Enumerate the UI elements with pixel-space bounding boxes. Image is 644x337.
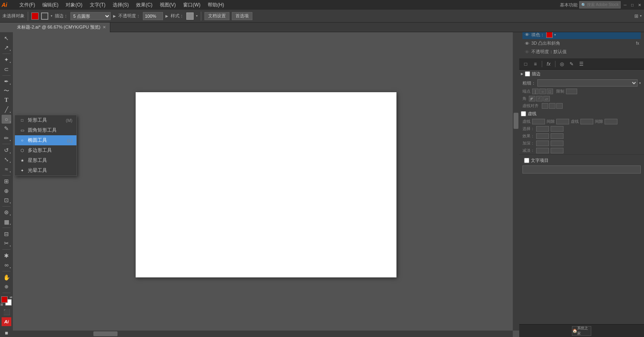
menu-object[interactable]: 对象(O) xyxy=(62,1,85,9)
tool-options-btn[interactable]: ◼ xyxy=(2,329,11,337)
miter-limit-input[interactable] xyxy=(566,89,577,94)
free-transform-tool[interactable]: ⊞ xyxy=(2,177,11,185)
tab-close-button[interactable]: ✕ xyxy=(103,25,106,29)
pen-tool[interactable]: ✒ ▾ xyxy=(2,77,11,85)
layers-icon[interactable]: □ xyxy=(522,60,530,68)
graph-tool[interactable]: ▦ ▾ xyxy=(2,217,11,226)
fill-eye-icon[interactable]: 👁 xyxy=(524,32,530,37)
arrange-icon[interactable]: ⊞ xyxy=(634,13,638,19)
shape-flyout-menu[interactable]: □ 矩形工具 (M) ▭ 圆角矩形工具 ○ 椭圆工具 (L) ⬡ 多边形工具 ★… xyxy=(14,115,77,176)
lasso-tool[interactable]: ⊂ xyxy=(2,65,11,73)
default-colors-icon[interactable]: ⊠ xyxy=(0,303,3,306)
ellipse-tool-item[interactable]: ○ 椭圆工具 (L) xyxy=(15,135,76,145)
darken-input-1[interactable] xyxy=(536,141,549,146)
stroke-weight-select[interactable] xyxy=(537,79,638,87)
curvature-tool[interactable]: 〜 xyxy=(2,87,11,95)
menu-edit[interactable]: 编辑(E) xyxy=(39,1,62,9)
line-tool[interactable]: ╱ ▾ xyxy=(2,105,11,114)
menu-window[interactable]: 窗口(W) xyxy=(180,1,204,9)
text-item-checkbox[interactable] xyxy=(524,158,529,163)
darken-input-2[interactable] xyxy=(551,141,564,146)
stroke-section-header[interactable]: ▶ 描边 xyxy=(519,70,644,78)
star-tool-item[interactable]: ★ 星形工具 xyxy=(15,155,76,165)
cap-butt[interactable]: | xyxy=(532,89,539,94)
direct-selection-tool[interactable]: ↗ ▾ xyxy=(2,43,11,52)
doc-settings-button[interactable]: 文档设置 xyxy=(204,12,229,20)
shape-tool[interactable]: ○ ▾ xyxy=(2,115,11,123)
fill-color-prop-swatch[interactable] xyxy=(546,31,553,38)
screen-mode-btn[interactable]: ⬛ xyxy=(2,308,11,316)
slice-tool[interactable]: ✂ ▾ xyxy=(2,239,11,248)
menu-effect[interactable]: 效果(C) xyxy=(133,1,156,9)
style-arrow[interactable]: ▾ xyxy=(196,14,198,18)
align-inside[interactable] xyxy=(549,103,555,109)
warp-tool[interactable]: ≈ ▾ xyxy=(2,165,11,173)
polygon-tool-item[interactable]: ⬡ 多边形工具 xyxy=(15,145,76,155)
pencil-tool[interactable]: ✏ ▾ xyxy=(2,134,11,142)
dash-input-2[interactable] xyxy=(580,119,593,124)
lighten-input-2[interactable] xyxy=(551,148,564,153)
shape-builder-tool[interactable]: ⊕ xyxy=(2,186,11,195)
dashed-section-header[interactable]: 虚线 xyxy=(519,110,644,118)
vertical-scrollbar[interactable] xyxy=(513,32,519,331)
type-tool[interactable]: T xyxy=(2,96,11,104)
paintbrush-tool[interactable]: ✎ xyxy=(2,124,11,133)
join-miter[interactable]: ◤ xyxy=(529,96,535,101)
artboard-tool[interactable]: ⊟ xyxy=(2,229,11,238)
maximize-button[interactable]: □ xyxy=(630,2,635,8)
minimize-button[interactable]: ─ xyxy=(622,2,628,8)
align-icon[interactable]: ≡ xyxy=(531,60,539,68)
rotate-tool[interactable]: ↺ ▾ xyxy=(2,146,11,154)
swap-colors-icon[interactable]: ⇄ xyxy=(10,296,12,299)
select-input-2[interactable] xyxy=(551,126,564,132)
selection-tool[interactable]: ↖ xyxy=(2,34,11,42)
gap-input-2[interactable] xyxy=(605,119,617,124)
hand-tool[interactable]: ✋ xyxy=(2,273,11,281)
close-button[interactable]: ✕ xyxy=(637,2,642,8)
stroke-color-swatch[interactable] xyxy=(41,12,48,20)
menu-help[interactable]: 帮助(H) xyxy=(204,1,227,9)
menu-type[interactable]: 文字(T) xyxy=(87,1,109,9)
select-input-1[interactable] xyxy=(536,126,549,132)
fill-color[interactable] xyxy=(1,296,8,303)
effect-input-2[interactable] xyxy=(551,133,564,139)
edit-icon[interactable]: ✎ xyxy=(568,60,576,68)
join-round[interactable]: ◜ xyxy=(536,96,543,101)
preferences-button[interactable]: 首选项 xyxy=(232,12,252,20)
opacity-input[interactable] xyxy=(143,12,163,20)
menu-view[interactable]: 视图(V) xyxy=(157,1,179,9)
stroke-checkbox[interactable] xyxy=(525,71,530,76)
dash-input-1[interactable] xyxy=(532,119,545,124)
menu-file[interactable]: 文件(F) xyxy=(16,1,38,9)
vscroll-thumb[interactable] xyxy=(514,113,518,129)
eyedropper-tool[interactable]: ✱ xyxy=(2,251,11,260)
mask-icon[interactable]: ◎ xyxy=(558,60,566,68)
lighten-input-1[interactable] xyxy=(536,148,549,153)
canvas-area[interactable] xyxy=(13,32,519,337)
style-swatch[interactable] xyxy=(186,12,194,20)
cap-square[interactable]: □ xyxy=(547,89,553,94)
dashed-checkbox[interactable] xyxy=(521,111,526,116)
threed-eye-icon[interactable]: 👁 xyxy=(524,41,530,46)
fill-color-swatch[interactable] xyxy=(31,12,39,20)
rectangle-tool-item[interactable]: □ 矩形工具 (M) xyxy=(15,115,76,125)
cap-round[interactable]: ○ xyxy=(539,89,546,94)
magic-wand-tool[interactable]: ✦ ▾ xyxy=(2,56,11,64)
text-item-input[interactable] xyxy=(522,165,641,174)
hscroll-thumb[interactable] xyxy=(93,331,118,336)
menu-icon[interactable]: ☰ xyxy=(577,60,585,68)
rounded-rectangle-tool-item[interactable]: ▭ 圆角矩形工具 xyxy=(15,125,76,135)
join-bevel[interactable]: ▱ xyxy=(543,96,550,101)
symbol-sprayer-tool[interactable]: ⊛ ▾ xyxy=(2,208,11,217)
blend-tool[interactable]: ∞ ▾ xyxy=(2,261,11,269)
effect-input-1[interactable] xyxy=(536,133,549,139)
gap-input-1[interactable] xyxy=(556,119,569,124)
horizontal-scrollbar[interactable] xyxy=(13,331,513,337)
stroke-size-dropdown[interactable]: 5 点圆形 xyxy=(70,12,111,20)
threed-layer-row[interactable]: 👁 3D 凸出和斜角 fx xyxy=(522,39,641,48)
perspective-tool[interactable]: ⊡ ▾ xyxy=(2,196,11,204)
zoom-tool[interactable]: ⊕ xyxy=(2,282,11,291)
align-center[interactable] xyxy=(542,103,548,109)
document-tab[interactable]: 未标题-2.ai* @ 66.67% (CMYK/GPU 预览) ✕ xyxy=(13,23,110,32)
text-item-header[interactable]: 文字项目 xyxy=(522,156,641,165)
